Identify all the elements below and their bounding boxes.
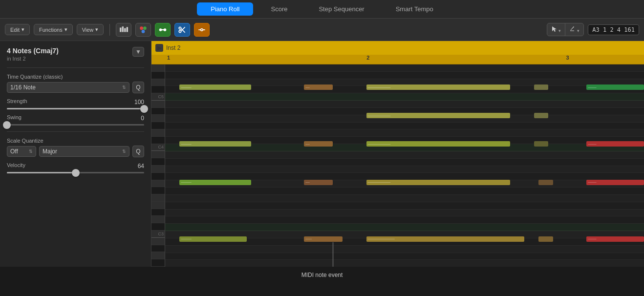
scale-quantize-section: Scale Quantize Off ⇅ Major ⇅ Q (7, 138, 144, 157)
pencil-tool-button[interactable]: ▾ (565, 23, 583, 36)
track-header-bar: ▶ Inst 2 (151, 41, 644, 55)
midi-note[interactable]: ──── (586, 141, 644, 147)
time-quantize-label: Time Quantize (classic) (7, 74, 144, 80)
midi-note[interactable] (538, 180, 553, 185)
piano-key-e5[interactable] (151, 64, 165, 72)
scissors-icon-button[interactable] (174, 23, 190, 37)
midi-icon-button[interactable] (155, 23, 171, 37)
piano-key-c4[interactable]: C4 (151, 144, 165, 151)
piano-key-eb5[interactable] (151, 72, 165, 79)
piano-key-f3[interactable] (151, 194, 165, 202)
piano-key-c3[interactable]: C3 (151, 231, 165, 238)
swing-value: 0 (141, 115, 144, 122)
region-subtitle: in Inst 2 (7, 56, 59, 62)
piano-key-c5[interactable]: C5 (151, 93, 165, 101)
track-name: Inst 2 (166, 44, 180, 51)
piano-keys: C5 C4 C3 (151, 64, 165, 267)
piano-key-b4[interactable] (151, 101, 165, 108)
quantize-apply-button[interactable]: Q (132, 82, 144, 93)
piano-key-d5[interactable] (151, 79, 165, 86)
midi-note[interactable]: ── (304, 85, 333, 90)
scale-major-select[interactable]: Major ⇅ (39, 146, 129, 157)
functions-menu-button[interactable]: Functions ▾ (34, 24, 73, 35)
piano-key-gb3[interactable] (151, 187, 165, 194)
select-arrows-icon: ⇅ (122, 85, 126, 90)
midi-note[interactable]: ─────────── (366, 141, 510, 147)
piano-key-bb4[interactable] (151, 108, 165, 115)
piano-key-ab2[interactable] (151, 259, 165, 267)
strength-section: Strength 100 (7, 98, 144, 109)
midi-note[interactable]: ──── (586, 236, 644, 242)
midi-note[interactable] (534, 141, 548, 147)
midi-note[interactable]: ── (304, 141, 333, 147)
scale-quantize-apply-button[interactable]: Q (132, 146, 144, 157)
svg-point-5 (143, 26, 147, 30)
piano-key-db5[interactable] (151, 86, 165, 93)
track-play-button[interactable]: ▶ (155, 44, 163, 52)
scale-quantize-label: Scale Quantize (7, 138, 144, 144)
piano-key-g4[interactable] (151, 129, 165, 137)
view-menu-button[interactable]: View ▾ (77, 24, 104, 35)
pointer-tool-button[interactable]: ▾ (547, 23, 566, 36)
piano-key-b2[interactable] (151, 238, 165, 245)
piano-key-a2[interactable] (151, 252, 165, 259)
piano-key-eb3[interactable] (151, 209, 165, 216)
note-grid[interactable]: ───── ── ─────────── ──── ─────────── ──… (165, 64, 644, 267)
midi-note[interactable] (534, 85, 548, 90)
midi-note[interactable]: ───── (179, 85, 251, 90)
swing-slider-thumb[interactable] (3, 121, 11, 129)
quantize-value-select[interactable]: 1/16 Note ⇅ (7, 82, 129, 93)
midi-note[interactable]: ─── (304, 236, 342, 242)
velocity-slider-container (7, 172, 144, 173)
swing-row: Swing 0 (7, 114, 144, 122)
strength-slider-thumb[interactable] (140, 105, 148, 113)
toolbar: Edit ▾ Functions ▾ View ▾ (0, 19, 644, 41)
piano-key-a3[interactable] (151, 166, 165, 173)
midi-note[interactable]: ─────────── (366, 113, 510, 118)
midi-note[interactable]: ─────────── (366, 180, 510, 185)
piano-key-a4[interactable] (151, 115, 165, 122)
velocity-slider-track (7, 172, 144, 173)
midi-note[interactable]: ─────────── (366, 85, 510, 90)
quantize-icon-button[interactable] (116, 23, 131, 37)
velocity-slider-thumb[interactable] (72, 169, 80, 177)
link-icon-button[interactable] (194, 23, 210, 37)
midi-note[interactable] (534, 113, 548, 118)
piano-key-ab4[interactable] (151, 122, 165, 129)
strength-slider-fill (7, 108, 144, 109)
piano-key-bb2[interactable] (151, 245, 165, 253)
piano-key-e3[interactable] (151, 202, 165, 209)
svg-rect-1 (122, 26, 124, 32)
piano-key-g3[interactable] (151, 180, 165, 188)
midi-note[interactable]: ───── (179, 180, 251, 185)
divider-2 (7, 131, 144, 132)
midi-note[interactable]: ──── (586, 85, 644, 90)
ruler-mark-3: 3 (564, 55, 569, 61)
piano-key-gb4[interactable] (151, 137, 165, 144)
midi-note[interactable]: ───── (179, 236, 246, 242)
midi-note[interactable]: ── (304, 180, 333, 185)
edit-menu-button[interactable]: Edit ▾ (5, 24, 30, 35)
midi-note[interactable]: ───── (179, 141, 251, 147)
chevron-down-icon: ▾ (95, 26, 98, 33)
piano-key-b3[interactable] (151, 151, 165, 158)
piano-key-bb3[interactable] (151, 158, 165, 166)
piano-roll-area: ▶ Inst 2 1 2 3 C5 C4 (151, 41, 644, 267)
midi-note[interactable]: ──── (586, 180, 644, 185)
tab-step-sequencer[interactable]: Step Sequencer (305, 2, 378, 16)
strength-label: Strength (7, 98, 27, 104)
region-title: 4 Notes (Cmaj7) (7, 47, 59, 55)
piano-key-db3[interactable] (151, 223, 165, 231)
midi-note[interactable]: ───────────── (366, 236, 524, 242)
velocity-value: 64 (138, 163, 144, 169)
midi-note[interactable] (538, 236, 553, 242)
tab-score[interactable]: Score (257, 2, 301, 16)
color-icon-button[interactable] (135, 23, 151, 37)
piano-key-ab3[interactable] (151, 173, 165, 180)
tab-smart-tempo[interactable]: Smart Tempo (382, 2, 447, 16)
piano-key-d3[interactable] (151, 216, 165, 223)
region-collapse-button[interactable]: ▼ (132, 47, 144, 57)
position-display: A3 1 2 4 161 (588, 24, 639, 35)
scale-off-select[interactable]: Off ⇅ (7, 146, 36, 157)
tab-piano-roll[interactable]: Piano Roll (197, 2, 253, 16)
